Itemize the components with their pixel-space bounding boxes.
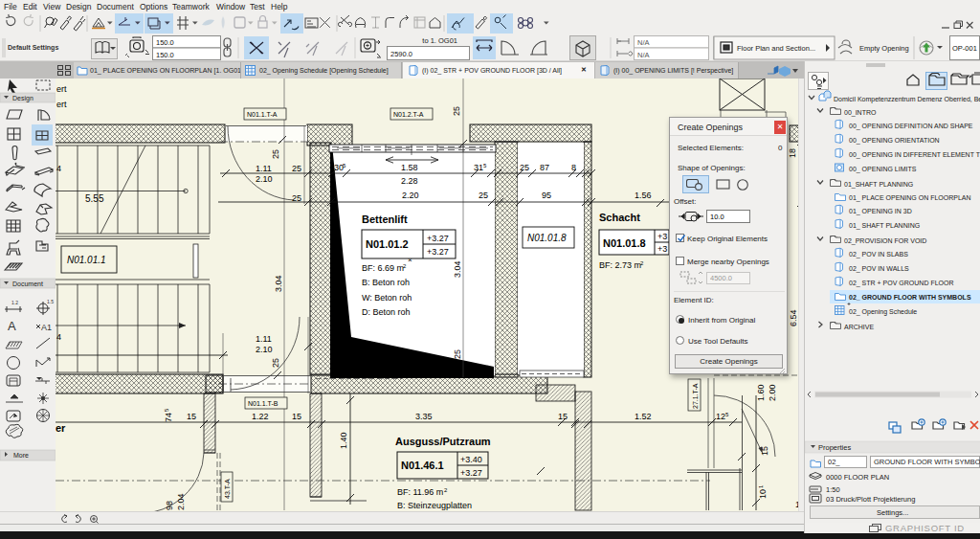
svg-text:OP-001: OP-001 xyxy=(952,44,977,53)
svg-text:+3.40: +3.40 xyxy=(460,455,482,464)
svg-text:Floor Plan and Section...: Floor Plan and Section... xyxy=(737,44,815,53)
svg-text:Document: Document xyxy=(12,281,43,287)
svg-text:ert: ert xyxy=(56,100,67,109)
svg-text:1.11: 1.11 xyxy=(256,164,272,173)
svg-text:2: 2 xyxy=(444,487,448,493)
svg-text:3.04: 3.04 xyxy=(453,260,462,278)
svg-text:1.56: 1.56 xyxy=(635,191,652,200)
svg-text:N01.1.T-B: N01.1.T-B xyxy=(248,400,278,407)
svg-text:03 Druck/Plott Projektierung: 03 Druck/Plott Projektierung xyxy=(826,495,915,504)
svg-text:87: 87 xyxy=(540,163,549,172)
svg-text:2: 2 xyxy=(640,260,644,266)
svg-text:D: Beton roh: D: Beton roh xyxy=(362,307,411,317)
svg-text:5: 5 xyxy=(725,412,729,417)
svg-text:15: 15 xyxy=(558,412,568,421)
svg-text:5.55: 5.55 xyxy=(85,193,104,204)
svg-text:GROUND FLOOR WITH SYMBOLS: GROUND FLOOR WITH SYMBOLS xyxy=(874,458,980,466)
svg-text:15: 15 xyxy=(292,412,301,421)
svg-text:BF: 11.96 m: BF: 11.96 m xyxy=(397,487,443,497)
svg-text:5: 5 xyxy=(164,408,169,412)
svg-text:1.52: 1.52 xyxy=(635,412,652,421)
svg-text:Empty Opening: Empty Opening xyxy=(859,44,909,53)
svg-text:Design: Design xyxy=(12,95,33,102)
svg-text:25: 25 xyxy=(520,163,529,172)
svg-text:27.1.T-A: 27.1.T-A xyxy=(692,383,699,409)
svg-text:25: 25 xyxy=(271,358,280,368)
svg-text:31: 31 xyxy=(474,163,483,172)
svg-text:95: 95 xyxy=(542,191,551,200)
svg-text:25: 25 xyxy=(292,164,301,173)
svg-text:W: Beton roh: W: Beton roh xyxy=(362,293,412,303)
svg-text:00_ OPENING DEFINITION AND SHA: 00_ OPENING DEFINITION AND SHAPE xyxy=(849,123,973,130)
svg-text:+3: +3 xyxy=(657,232,667,241)
svg-text:1.58: 1.58 xyxy=(401,163,418,172)
svg-text:6.54: 6.54 xyxy=(789,309,798,326)
svg-text:2.20: 2.20 xyxy=(402,191,419,200)
svg-text:02_ STR + POV GROUND FLOOR: 02_ STR + POV GROUND FLOOR xyxy=(849,280,954,287)
svg-text:N01.01.8: N01.01.8 xyxy=(527,233,567,243)
svg-text:1.2: 1.2 xyxy=(11,300,18,305)
svg-text:25: 25 xyxy=(453,349,462,359)
svg-text:B: Beton roh: B: Beton roh xyxy=(362,278,410,287)
svg-text:00_ OPENING ORIENTATION: 00_ OPENING ORIENTATION xyxy=(849,137,940,145)
svg-text:0000 FLOOR PLAN: 0000 FLOOR PLAN xyxy=(826,473,889,482)
svg-text:18: 18 xyxy=(788,148,797,158)
svg-text:1.22: 1.22 xyxy=(252,412,269,421)
svg-text:2.00: 2.00 xyxy=(768,384,777,401)
svg-text:15: 15 xyxy=(760,446,769,456)
svg-text:10: 10 xyxy=(758,489,768,499)
svg-text:01_ SHAFT PLANNING: 01_ SHAFT PLANNING xyxy=(849,222,920,230)
svg-text:+3.27: +3.27 xyxy=(460,468,482,478)
svg-text:er: er xyxy=(56,422,66,434)
svg-text:2.10: 2.10 xyxy=(256,345,273,354)
svg-text:N01.01.1: N01.01.1 xyxy=(67,255,106,265)
svg-text:25: 25 xyxy=(479,191,488,200)
svg-text:1.5: 1.5 xyxy=(47,299,54,304)
svg-text:ert: ert xyxy=(56,84,67,94)
svg-text:1.11: 1.11 xyxy=(256,334,272,344)
svg-text:01_ OPENING IN 3D: 01_ OPENING IN 3D xyxy=(849,208,912,215)
svg-text:1.60: 1.60 xyxy=(756,384,766,401)
svg-text:N01.01.2: N01.01.2 xyxy=(366,238,409,250)
svg-text:Settings...: Settings... xyxy=(877,508,908,517)
svg-text:3.04: 3.04 xyxy=(274,275,283,292)
svg-text:to 1. OG01: to 1. OG01 xyxy=(422,36,457,45)
svg-text:02_ POV IN SLABS: 02_ POV IN SLABS xyxy=(849,251,908,258)
svg-text:BF: 6.69 m: BF: 6.69 m xyxy=(362,263,404,273)
svg-text:98: 98 xyxy=(165,501,174,510)
svg-text:Ausguss/Putzraum: Ausguss/Putzraum xyxy=(395,436,491,447)
svg-text:150.0: 150.0 xyxy=(156,38,174,47)
svg-text:00_INTRO: 00_INTRO xyxy=(844,109,877,117)
svg-text:3.35: 3.35 xyxy=(415,412,433,421)
svg-text:00_ OPENING LIMITS: 00_ OPENING LIMITS xyxy=(849,166,917,173)
svg-text:Default Settings: Default Settings xyxy=(8,44,58,52)
svg-text:ARCHIVE: ARCHIVE xyxy=(844,324,874,330)
svg-text:Properties: Properties xyxy=(818,443,851,452)
svg-text:12: 12 xyxy=(716,412,725,421)
svg-text:4: 4 xyxy=(56,332,61,342)
svg-text:N01.01.8: N01.01.8 xyxy=(603,237,646,249)
svg-text:25: 25 xyxy=(452,106,461,116)
svg-text:2.28: 2.28 xyxy=(401,176,418,186)
svg-text:N01.1.T-A: N01.1.T-A xyxy=(247,111,278,118)
svg-text:2.10: 2.10 xyxy=(256,174,273,184)
svg-text:2590.0: 2590.0 xyxy=(390,50,412,58)
svg-text:8: 8 xyxy=(571,163,576,172)
svg-text:N01.2.T-A: N01.2.T-A xyxy=(393,111,424,118)
svg-text:1: 1 xyxy=(758,484,764,488)
svg-text:43.T-A: 43.T-A xyxy=(224,479,231,499)
svg-text:02_ GROUND FLOOR WITH SYMBOLS: 02_ GROUND FLOOR WITH SYMBOLS xyxy=(849,294,971,301)
svg-text:+3: +3 xyxy=(657,244,667,254)
svg-text:01_SHAFT PLANNING: 01_SHAFT PLANNING xyxy=(844,181,913,189)
svg-text:More: More xyxy=(13,452,29,459)
svg-text:25: 25 xyxy=(292,193,301,203)
svg-text:BF: 2.73 m: BF: 2.73 m xyxy=(599,260,641,270)
svg-text:N01.46.1: N01.46.1 xyxy=(401,460,444,471)
svg-text:02_ POV IN WALLS: 02_ POV IN WALLS xyxy=(849,265,909,273)
svg-text:02_ Opening Schedule: 02_ Opening Schedule xyxy=(849,308,917,316)
svg-text:N/A: N/A xyxy=(637,51,650,59)
svg-text:4: 4 xyxy=(56,164,61,173)
svg-text:02_PROVISION FOR VOID: 02_PROVISION FOR VOID xyxy=(844,237,926,245)
svg-text:25: 25 xyxy=(271,149,280,159)
svg-text:N/A: N/A xyxy=(637,38,650,47)
